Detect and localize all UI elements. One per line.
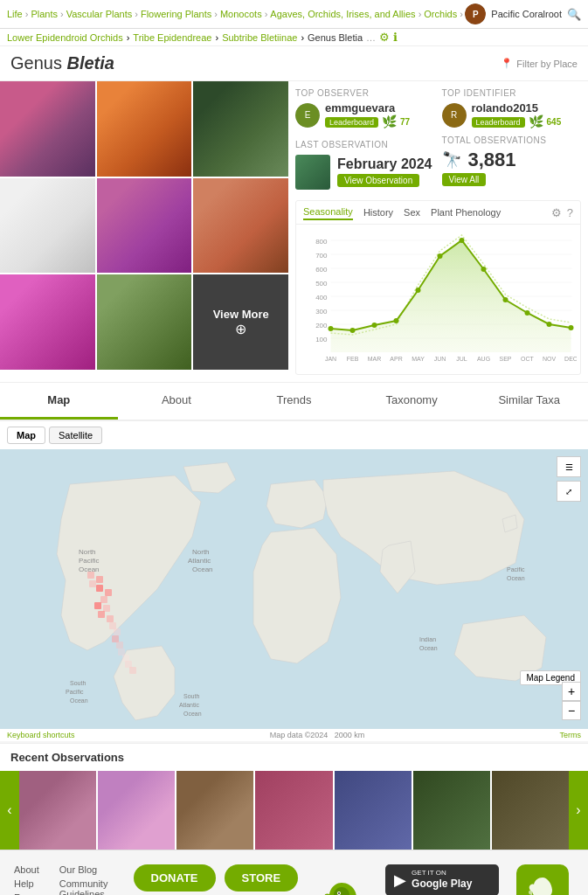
world-map-svg: North Pacific Ocean North Atlantic Ocean… <box>0 449 588 729</box>
photo-2[interactable] <box>97 81 192 177</box>
total-observations: TOTAL OBSERVATIONS 🔭 3,881 View All <box>442 135 582 186</box>
top-observer-user: E emmguevara Leaderboard 🌿 77 <box>295 101 435 128</box>
breadcrumb-subtribe[interactable]: Subtribe Bletiinae <box>222 32 297 43</box>
tab-similar-taxa[interactable]: Similar Taxa <box>470 383 588 420</box>
view-observation-btn[interactable]: View Observation <box>337 174 419 187</box>
chart-help-icon[interactable]: ? <box>567 206 573 219</box>
top-observer-label: TOP OBSERVER <box>295 88 435 98</box>
avatar[interactable]: P <box>465 3 486 24</box>
svg-rect-49 <box>109 622 116 629</box>
photo-6[interactable] <box>193 178 288 274</box>
identifier-leaf-icon: 🌿 <box>529 114 543 128</box>
obs-thumb-2[interactable] <box>98 771 175 850</box>
prev-obs-btn[interactable]: ‹ <box>0 771 19 850</box>
breadcrumb-agaves[interactable]: Agaves, Orchids, Irises, and Allies <box>270 9 415 19</box>
view-more-btn[interactable]: View More ⊕ <box>193 274 288 370</box>
svg-text:700: 700 <box>315 252 328 260</box>
obs-thumb-5[interactable] <box>335 771 412 850</box>
breadcrumb-vascular[interactable]: Vascular Plants <box>66 9 133 19</box>
top-observer-avatar[interactable]: E <box>295 103 320 128</box>
footer-help[interactable]: Help <box>14 878 42 889</box>
tab-map[interactable]: Map <box>0 383 118 420</box>
last-obs-thumbnail[interactable] <box>295 155 330 190</box>
store-btn[interactable]: STORE <box>225 864 299 892</box>
view-all-btn[interactable]: View All <box>442 173 487 186</box>
svg-point-24 <box>481 267 487 272</box>
tab-trends[interactable]: Trends <box>235 383 353 420</box>
donate-btn[interactable]: DONATE <box>134 864 216 892</box>
top-identifier-count: 645 <box>547 117 562 127</box>
satellite-view-btn[interactable]: Satellite <box>49 427 102 444</box>
photo-8[interactable] <box>97 274 192 370</box>
inat-green-logo[interactable] <box>516 864 569 895</box>
tab-seasonality[interactable]: Seasonality <box>303 205 353 220</box>
tab-history[interactable]: History <box>363 205 393 219</box>
svg-text:Ocean: Ocean <box>507 575 525 581</box>
seasonality-chart: 800 700 600 500 400 300 200 100 <box>300 228 577 368</box>
breadcrumb-tribe[interactable]: Tribe Epidendreae <box>133 32 211 43</box>
tab-taxonomy[interactable]: Taxonomy <box>353 383 471 420</box>
obs-thumb-7[interactable] <box>492 771 569 850</box>
breadcrumb-lower[interactable]: Lower Epidendroid Orchids <box>7 32 123 43</box>
map-expand-btn[interactable]: ⤢ <box>557 481 581 502</box>
tab-plant-phenology[interactable]: Plant Phenology <box>431 205 501 219</box>
svg-rect-50 <box>114 628 121 635</box>
tab-sex[interactable]: Sex <box>404 205 420 219</box>
obs-thumb-3[interactable] <box>176 771 253 850</box>
photo-5[interactable] <box>97 178 192 274</box>
svg-point-18 <box>350 328 356 333</box>
recent-obs-header: Recent Observations <box>0 743 588 771</box>
search-icon[interactable]: 🔍 <box>567 8 581 21</box>
obs-thumb-4[interactable] <box>255 771 332 850</box>
obs-thumb-6[interactable] <box>413 771 490 850</box>
location-icon: 📍 <box>501 58 513 69</box>
page-header: Genus Bletia 📍 Filter by Place <box>0 46 588 81</box>
next-obs-btn[interactable]: › <box>569 771 588 850</box>
svg-rect-43 <box>105 589 112 596</box>
svg-text:600: 600 <box>315 266 328 274</box>
top-observer-count: 77 <box>400 117 410 127</box>
map-view-btn[interactable]: Map <box>7 427 45 444</box>
breadcrumb-orchids[interactable]: Orchids <box>424 9 457 19</box>
map-menu-btn[interactable]: ☰ <box>557 456 581 477</box>
total-obs-count: 3,881 <box>468 149 516 171</box>
breadcrumb-flowering[interactable]: Flowering Plants <box>141 9 211 19</box>
svg-rect-58 <box>96 576 103 583</box>
tab-about[interactable]: About <box>118 383 236 420</box>
google-play-btn[interactable]: ▶ GET IT ON Google Play <box>385 864 499 895</box>
top-observer-leaderboard[interactable]: Leaderboard <box>325 117 378 128</box>
top-identifier-avatar[interactable]: R <box>442 103 467 128</box>
filter-by-place-btn[interactable]: 📍 Filter by Place <box>501 58 578 69</box>
photo-3[interactable] <box>193 81 288 177</box>
top-identifier-username[interactable]: rolando2015 <box>472 101 562 114</box>
svg-rect-56 <box>129 667 136 674</box>
breadcrumb-life[interactable]: Life <box>7 9 23 19</box>
top-observer-username[interactable]: emmguevara <box>325 101 410 114</box>
keyboard-shortcuts[interactable]: Keyboard shortcuts <box>7 731 75 739</box>
terms-link[interactable]: Terms <box>560 731 582 739</box>
footer-community[interactable]: CommunityGuidelines <box>59 878 116 895</box>
breadcrumb-plants[interactable]: Plants <box>31 9 58 19</box>
photo-7[interactable] <box>0 274 95 370</box>
svg-text:MAR: MAR <box>368 356 382 362</box>
breadcrumb-monocots[interactable]: Monocots <box>220 9 262 19</box>
svg-text:200: 200 <box>315 322 328 330</box>
svg-text:Pacific: Pacific <box>79 557 100 565</box>
chart-settings-icon[interactable]: ⚙ <box>551 206 562 219</box>
svg-text:South: South <box>70 680 86 686</box>
top-identifier-leaderboard[interactable]: Leaderboard <box>472 117 525 128</box>
total-obs-label: TOTAL OBSERVATIONS <box>442 135 582 145</box>
info-icon[interactable]: ℹ <box>393 31 398 44</box>
settings-icon[interactable]: ⚙ <box>379 31 390 44</box>
footer-about[interactable]: About <box>14 864 42 875</box>
zoom-in-btn[interactable]: + <box>562 682 581 701</box>
svg-text:Atlantic: Atlantic <box>179 702 199 708</box>
zoom-out-btn[interactable]: − <box>562 701 581 720</box>
photo-4[interactable] <box>0 178 95 274</box>
svg-text:DEC: DEC <box>564 356 577 362</box>
footer-our-blog[interactable]: Our Blog <box>59 864 116 875</box>
obs-thumb-1[interactable] <box>19 771 96 850</box>
photo-1[interactable] <box>0 81 95 177</box>
top-identifier-user: R rolando2015 Leaderboard 🌿 645 <box>442 101 582 128</box>
breadcrumb-row2: Lower Epidendroid Orchids › Tribe Epiden… <box>0 29 588 46</box>
